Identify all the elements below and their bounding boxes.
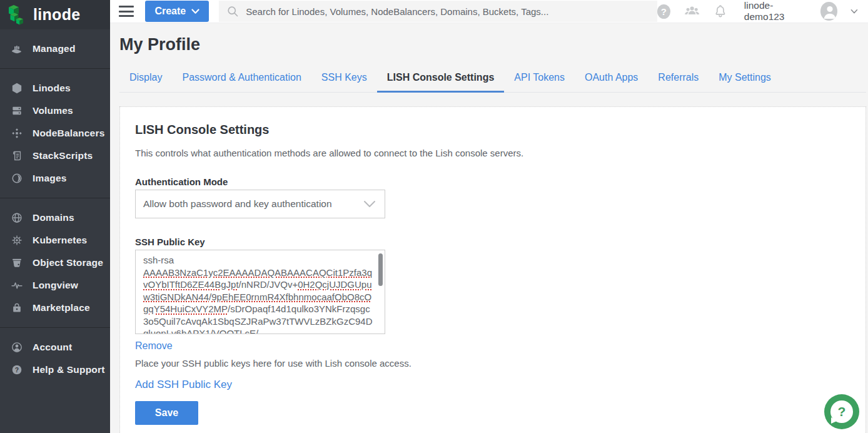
search-input[interactable]: [246, 6, 650, 17]
sidebar-item-label: Longview: [33, 280, 78, 291]
sidebar-item-volumes[interactable]: Volumes: [0, 99, 110, 122]
chevron-down-icon: [191, 9, 199, 14]
select-chevron-down-icon: [363, 200, 376, 208]
community-icon[interactable]: [684, 3, 700, 19]
panel-heading: LISH Console Settings: [135, 123, 850, 137]
sidebar-item-kubernetes[interactable]: Kubernetes: [0, 229, 110, 252]
managed-icon: [11, 43, 23, 55]
ssh-key-segment: /nNRD/JVQv+: [239, 279, 298, 290]
auth-mode-value: Allow both password and key authenticati…: [143, 198, 332, 210]
sidebar-item-label: Volumes: [33, 105, 73, 116]
help-speech-bubble-icon: ?: [830, 400, 853, 423]
object-storage-icon: [11, 257, 23, 269]
linode-logo[interactable]: linode: [0, 0, 110, 29]
sidebar-item-domains[interactable]: Domains: [0, 206, 110, 229]
ssh-key-helper-text: Place your SSH public keys here for use …: [135, 358, 850, 369]
logo-wordmark: linode: [33, 6, 80, 24]
help-fab-button[interactable]: ?: [824, 394, 859, 429]
sidebar-item-label: Marketplace: [33, 302, 90, 313]
sidebar-item-label: Help & Support: [33, 364, 105, 375]
profile-tabs: DisplayPassword & AuthenticationSSH Keys…: [119, 64, 866, 93]
nodebalancers-icon: [11, 127, 23, 140]
marketplace-icon: [11, 302, 23, 314]
search-icon: [226, 5, 239, 18]
notifications-bell-icon[interactable]: [714, 3, 727, 19]
help-icon: [11, 364, 23, 376]
sidebar-item-label: NodeBalancers: [33, 128, 104, 139]
volumes-icon: [11, 104, 23, 117]
content-area: My Profile DisplayPassword & Authenticat…: [110, 23, 868, 433]
tab-display[interactable]: Display: [119, 64, 172, 93]
longview-icon: [11, 279, 23, 292]
sidebar-item-label: Managed: [33, 43, 76, 54]
tab-api-tokens[interactable]: API Tokens: [504, 64, 575, 93]
account-chevron-down-icon[interactable]: [850, 9, 858, 14]
domains-icon: [11, 211, 23, 224]
tab-referrals[interactable]: Referrals: [648, 64, 709, 93]
lish-settings-panel: LISH Console Settings This controls what…: [119, 106, 866, 433]
create-button[interactable]: Create: [145, 1, 209, 22]
avatar-person-icon: [820, 2, 837, 21]
sidebar-item-account[interactable]: Account: [0, 336, 110, 359]
sidebar-item-longview[interactable]: Longview: [0, 274, 110, 297]
sidebar-item-object-storage[interactable]: Object Storage: [0, 252, 110, 274]
sidebar-item-linodes[interactable]: Linodes: [0, 77, 110, 99]
remove-key-link[interactable]: Remove: [135, 340, 173, 352]
tab-lish-console-settings[interactable]: LISH Console Settings: [377, 64, 505, 93]
sidebar-item-help-support[interactable]: Help & Support: [0, 359, 110, 381]
save-button[interactable]: Save: [135, 401, 198, 425]
ssh-key-segment: ssh-rsa: [143, 255, 174, 265]
linodes-icon: [11, 82, 23, 94]
sidebar-item-label: Account: [33, 342, 72, 353]
auth-mode-label: Authentication Mode: [135, 176, 850, 187]
tab-my-settings[interactable]: My Settings: [709, 64, 781, 93]
sidebar-item-label: Images: [33, 173, 67, 184]
sidebar-item-label: StackScripts: [33, 150, 93, 161]
auth-mode-select[interactable]: Allow both password and key authenticati…: [135, 190, 385, 218]
sidebar-item-stackscripts[interactable]: StackScripts: [0, 145, 110, 167]
tab-oauth-apps[interactable]: OAuth Apps: [575, 64, 648, 93]
avatar[interactable]: [820, 2, 837, 21]
linode-logo-icon: [9, 4, 28, 25]
topbar: Create ?: [110, 0, 868, 23]
stackscripts-icon: [11, 150, 23, 162]
kubernetes-icon: [11, 234, 23, 247]
sidebar-item-label: Object Storage: [33, 257, 103, 268]
help-circle-icon[interactable]: ?: [657, 4, 670, 19]
ssh-key-textarea[interactable]: ssh-rsa AAAAB3NzaC1yc2EAAAADAQABAAACAQCi…: [135, 250, 385, 334]
sidebar-group-account: Account Help & Support: [0, 327, 110, 389]
sidebar-item-images[interactable]: Images: [0, 167, 110, 190]
panel-description: This controls what authentication method…: [135, 148, 850, 158]
global-search[interactable]: [219, 1, 657, 22]
sidebar-group-compute: Linodes Volumes NodeBalancers StackScrip…: [0, 68, 110, 198]
sidebar-item-label: Linodes: [33, 83, 71, 94]
hamburger-menu-icon[interactable]: [119, 6, 134, 17]
account-icon: [11, 341, 23, 354]
page-title: My Profile: [119, 35, 866, 54]
ssh-key-label: SSH Public Key: [135, 237, 850, 247]
sidebar-item-label: Kubernetes: [33, 235, 87, 246]
topbar-right-cluster: ? linode-demo123: [657, 0, 858, 23]
sidebar-item-nodebalancers[interactable]: NodeBalancers: [0, 122, 110, 145]
sidebar-item-managed[interactable]: Managed: [0, 38, 110, 60]
tab-ssh-keys[interactable]: SSH Keys: [311, 64, 377, 93]
sidebar: linode Managed Linodes Volumes NodeBalan…: [0, 0, 110, 433]
sidebar-item-label: Domains: [33, 212, 74, 223]
textarea-scrollbar-thumb[interactable]: [378, 253, 383, 286]
create-button-label: Create: [154, 6, 186, 17]
sidebar-group-managed: Managed: [0, 29, 110, 68]
images-icon: [11, 172, 23, 185]
sidebar-group-services: Domains Kubernetes Object Storage Longvi…: [0, 198, 110, 327]
add-ssh-key-link[interactable]: Add SSH Public Key: [135, 379, 232, 391]
tab-password-authentication[interactable]: Password & Authentication: [172, 64, 311, 93]
sidebar-item-marketplace[interactable]: Marketplace: [0, 297, 110, 319]
username[interactable]: linode-demo123: [744, 0, 807, 23]
main-column: Create ?: [110, 0, 868, 433]
